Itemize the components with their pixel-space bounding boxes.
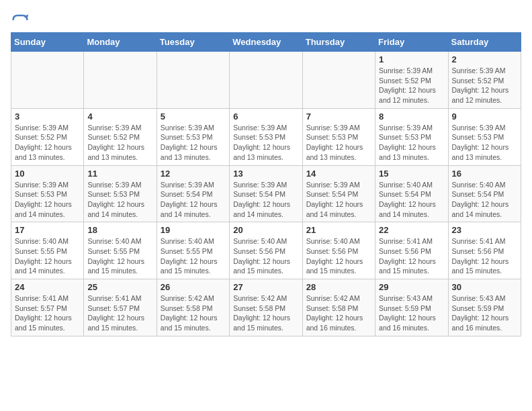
day-number: 20 [233, 225, 298, 235]
day-number: 8 [379, 111, 444, 122]
day-number: 6 [233, 111, 298, 122]
calendar-cell [84, 52, 157, 109]
day-number: 2 [452, 54, 517, 64]
calendar-cell: 26Sunrise: 5:42 AM Sunset: 5:58 PM Dayli… [157, 279, 229, 336]
page-header [11, 11, 521, 30]
day-number: 10 [15, 169, 80, 179]
calendar-cell: 27Sunrise: 5:42 AM Sunset: 5:58 PM Dayli… [230, 279, 302, 336]
day-detail: Sunrise: 5:39 AM Sunset: 5:53 PM Dayligh… [233, 123, 298, 163]
day-number: 13 [233, 169, 298, 179]
day-detail: Sunrise: 5:42 AM Sunset: 5:58 PM Dayligh… [306, 293, 371, 333]
calendar-cell: 7Sunrise: 5:39 AM Sunset: 5:53 PM Daylig… [302, 108, 375, 165]
calendar-cell: 5Sunrise: 5:39 AM Sunset: 5:53 PM Daylig… [157, 108, 229, 165]
day-number: 16 [452, 169, 517, 179]
day-detail: Sunrise: 5:40 AM Sunset: 5:54 PM Dayligh… [452, 180, 517, 220]
weekday-header: Wednesday [230, 33, 302, 52]
day-number: 28 [306, 282, 371, 292]
day-detail: Sunrise: 5:41 AM Sunset: 5:57 PM Dayligh… [15, 293, 80, 333]
calendar-cell: 16Sunrise: 5:40 AM Sunset: 5:54 PM Dayli… [448, 165, 521, 222]
day-number: 12 [161, 169, 226, 179]
day-number: 29 [379, 282, 444, 292]
calendar-cell: 17Sunrise: 5:40 AM Sunset: 5:55 PM Dayli… [11, 222, 84, 279]
day-number: 27 [233, 282, 298, 292]
day-detail: Sunrise: 5:40 AM Sunset: 5:55 PM Dayligh… [161, 236, 226, 276]
day-number: 17 [15, 225, 80, 235]
day-detail: Sunrise: 5:40 AM Sunset: 5:55 PM Dayligh… [15, 236, 80, 276]
calendar-cell: 15Sunrise: 5:40 AM Sunset: 5:54 PM Dayli… [375, 165, 448, 222]
calendar-cell: 24Sunrise: 5:41 AM Sunset: 5:57 PM Dayli… [11, 279, 84, 336]
day-detail: Sunrise: 5:39 AM Sunset: 5:52 PM Dayligh… [15, 123, 80, 163]
calendar-cell: 21Sunrise: 5:40 AM Sunset: 5:56 PM Dayli… [302, 222, 375, 279]
day-number: 21 [306, 225, 371, 235]
calendar-cell: 25Sunrise: 5:41 AM Sunset: 5:57 PM Dayli… [84, 279, 157, 336]
day-number: 7 [306, 111, 371, 122]
calendar-week-row: 3Sunrise: 5:39 AM Sunset: 5:52 PM Daylig… [11, 108, 521, 165]
day-number: 22 [379, 225, 444, 235]
calendar-cell [11, 52, 84, 109]
calendar-cell: 13Sunrise: 5:39 AM Sunset: 5:54 PM Dayli… [230, 165, 302, 222]
day-number: 26 [161, 282, 226, 292]
day-detail: Sunrise: 5:41 AM Sunset: 5:56 PM Dayligh… [379, 236, 444, 276]
calendar-cell: 29Sunrise: 5:43 AM Sunset: 5:59 PM Dayli… [375, 279, 448, 336]
weekday-header: Sunday [11, 33, 84, 52]
calendar-cell: 1Sunrise: 5:39 AM Sunset: 5:52 PM Daylig… [375, 52, 448, 109]
calendar-cell [157, 52, 229, 109]
day-detail: Sunrise: 5:39 AM Sunset: 5:52 PM Dayligh… [87, 123, 152, 163]
day-detail: Sunrise: 5:43 AM Sunset: 5:59 PM Dayligh… [379, 293, 444, 333]
day-detail: Sunrise: 5:39 AM Sunset: 5:53 PM Dayligh… [15, 180, 80, 220]
day-number: 23 [452, 225, 517, 235]
calendar-cell: 28Sunrise: 5:42 AM Sunset: 5:58 PM Dayli… [302, 279, 375, 336]
weekday-header: Tuesday [157, 33, 229, 52]
day-detail: Sunrise: 5:40 AM Sunset: 5:54 PM Dayligh… [379, 180, 444, 220]
weekday-header: Saturday [448, 33, 521, 52]
day-number: 11 [87, 169, 152, 179]
calendar-week-row: 1Sunrise: 5:39 AM Sunset: 5:52 PM Daylig… [11, 52, 521, 109]
day-detail: Sunrise: 5:39 AM Sunset: 5:53 PM Dayligh… [87, 180, 152, 220]
day-detail: Sunrise: 5:39 AM Sunset: 5:54 PM Dayligh… [161, 180, 226, 220]
logo-icon [11, 11, 30, 30]
weekday-header: Friday [375, 33, 448, 52]
day-number: 15 [379, 169, 444, 179]
day-detail: Sunrise: 5:39 AM Sunset: 5:53 PM Dayligh… [306, 123, 371, 163]
day-number: 24 [15, 282, 80, 292]
day-detail: Sunrise: 5:39 AM Sunset: 5:54 PM Dayligh… [233, 180, 298, 220]
calendar-cell: 2Sunrise: 5:39 AM Sunset: 5:52 PM Daylig… [448, 52, 521, 109]
day-detail: Sunrise: 5:39 AM Sunset: 5:52 PM Dayligh… [452, 66, 517, 105]
calendar-cell [302, 52, 375, 109]
day-detail: Sunrise: 5:40 AM Sunset: 5:56 PM Dayligh… [233, 236, 298, 276]
calendar-week-row: 17Sunrise: 5:40 AM Sunset: 5:55 PM Dayli… [11, 222, 521, 279]
calendar-cell: 4Sunrise: 5:39 AM Sunset: 5:52 PM Daylig… [84, 108, 157, 165]
day-number: 4 [87, 111, 152, 122]
day-number: 1 [379, 54, 444, 64]
day-detail: Sunrise: 5:39 AM Sunset: 5:53 PM Dayligh… [161, 123, 226, 163]
calendar-cell [230, 52, 302, 109]
calendar-cell: 19Sunrise: 5:40 AM Sunset: 5:55 PM Dayli… [157, 222, 229, 279]
weekday-header: Monday [84, 33, 157, 52]
calendar-week-row: 24Sunrise: 5:41 AM Sunset: 5:57 PM Dayli… [11, 279, 521, 336]
calendar-cell: 6Sunrise: 5:39 AM Sunset: 5:53 PM Daylig… [230, 108, 302, 165]
calendar-cell: 10Sunrise: 5:39 AM Sunset: 5:53 PM Dayli… [11, 165, 84, 222]
calendar-week-row: 10Sunrise: 5:39 AM Sunset: 5:53 PM Dayli… [11, 165, 521, 222]
calendar-cell: 30Sunrise: 5:43 AM Sunset: 5:59 PM Dayli… [448, 279, 521, 336]
day-number: 30 [452, 282, 517, 292]
calendar-cell: 23Sunrise: 5:41 AM Sunset: 5:56 PM Dayli… [448, 222, 521, 279]
day-detail: Sunrise: 5:39 AM Sunset: 5:53 PM Dayligh… [379, 123, 444, 163]
day-detail: Sunrise: 5:41 AM Sunset: 5:56 PM Dayligh… [452, 236, 517, 276]
weekday-header: Thursday [302, 33, 375, 52]
day-number: 25 [87, 282, 152, 292]
day-detail: Sunrise: 5:40 AM Sunset: 5:55 PM Dayligh… [87, 236, 152, 276]
calendar-cell: 18Sunrise: 5:40 AM Sunset: 5:55 PM Dayli… [84, 222, 157, 279]
day-number: 9 [452, 111, 517, 122]
day-detail: Sunrise: 5:39 AM Sunset: 5:53 PM Dayligh… [452, 123, 517, 163]
day-number: 19 [161, 225, 226, 235]
day-detail: Sunrise: 5:39 AM Sunset: 5:54 PM Dayligh… [306, 180, 371, 220]
calendar-cell: 14Sunrise: 5:39 AM Sunset: 5:54 PM Dayli… [302, 165, 375, 222]
day-number: 5 [161, 111, 226, 122]
calendar-cell: 22Sunrise: 5:41 AM Sunset: 5:56 PM Dayli… [375, 222, 448, 279]
day-number: 18 [87, 225, 152, 235]
day-detail: Sunrise: 5:40 AM Sunset: 5:56 PM Dayligh… [306, 236, 371, 276]
calendar-cell: 20Sunrise: 5:40 AM Sunset: 5:56 PM Dayli… [230, 222, 302, 279]
calendar-cell: 12Sunrise: 5:39 AM Sunset: 5:54 PM Dayli… [157, 165, 229, 222]
weekday-header-row: SundayMondayTuesdayWednesdayThursdayFrid… [11, 33, 521, 52]
day-number: 3 [15, 111, 80, 122]
